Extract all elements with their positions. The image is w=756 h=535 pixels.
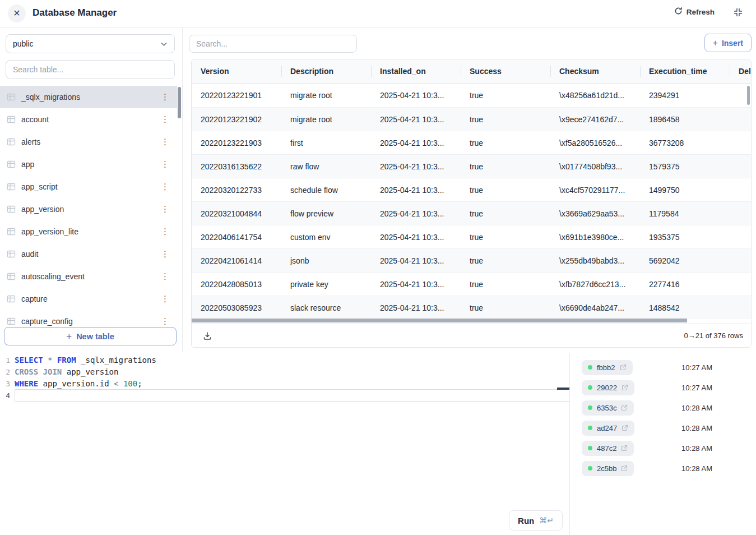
- column-header-Success[interactable]: Success: [461, 59, 550, 83]
- external-link-icon[interactable]: [622, 425, 628, 431]
- grid-search-input[interactable]: [189, 35, 357, 53]
- code-line-3[interactable]: 3WHERE app_version.id < 100;: [0, 378, 569, 390]
- column-separator: [461, 66, 461, 77]
- table-name-label: app: [21, 160, 159, 169]
- table-menu-icon[interactable]: ⋮: [159, 204, 171, 214]
- table-cell: 1499750: [640, 178, 730, 201]
- table-row[interactable]: 20220428085013private key2025-04-21 10:3…: [192, 272, 751, 296]
- sidebar-item-account[interactable]: account⋮: [0, 108, 177, 131]
- table-menu-icon[interactable]: ⋮: [159, 114, 171, 124]
- sidebar-item-capture_config[interactable]: capture_config⋮: [0, 310, 177, 327]
- job-pill[interactable]: 2c5bb: [582, 461, 634, 476]
- table-icon: [7, 250, 16, 259]
- table-menu-icon[interactable]: ⋮: [159, 159, 171, 169]
- table-list: _sqlx_migrations⋮account⋮alerts⋮app⋮app_…: [0, 86, 177, 327]
- job-timestamp: 10:28 AM: [681, 444, 712, 453]
- data-grid: VersionDescriptionInstalled_onSuccessChe…: [191, 59, 752, 348]
- table-cell: private key: [281, 273, 371, 296]
- table-name-label: app_script: [21, 182, 159, 191]
- job-pill[interactable]: ad247: [582, 421, 634, 436]
- collapse-window-icon[interactable]: [734, 8, 743, 19]
- sidebar-item-alerts[interactable]: alerts⋮: [0, 131, 177, 153]
- cmd-enter-shortcut: ⌘↵: [539, 516, 554, 525]
- sidebar-item-autoscaling_event[interactable]: autoscaling_event⋮: [0, 265, 177, 288]
- external-link-icon[interactable]: [622, 384, 628, 391]
- code-line-4[interactable]: 4: [0, 390, 569, 402]
- sidebar-item-app[interactable]: app⋮: [0, 153, 177, 176]
- sidebar-item-capture[interactable]: capture⋮: [0, 288, 177, 310]
- table-menu-icon[interactable]: ⋮: [159, 294, 171, 304]
- editor-scrollbar-thumb[interactable]: [557, 388, 569, 390]
- table-menu-icon[interactable]: ⋮: [159, 137, 171, 147]
- code-text: [15, 389, 569, 402]
- table-cell: true: [461, 108, 550, 131]
- table-cell: 2025-04-21 10:3...: [371, 178, 461, 201]
- table-cell: \x01774508bf93...: [550, 155, 640, 178]
- code-line-1[interactable]: 1SELECT * FROM _sqlx_migrations: [0, 354, 569, 366]
- schema-select[interactable]: public: [6, 34, 175, 53]
- job-timestamp: 10:28 AM: [681, 424, 712, 432]
- table-menu-icon[interactable]: ⋮: [159, 271, 171, 282]
- external-link-icon[interactable]: [621, 445, 628, 451]
- history-item: ad24710:28 AM: [571, 418, 756, 438]
- table-cell: true: [461, 84, 550, 107]
- job-pill[interactable]: 29022: [582, 380, 634, 395]
- external-link-icon[interactable]: [621, 404, 628, 411]
- table-row[interactable]: 20220123221901migrate root2025-04-21 10:…: [192, 84, 751, 107]
- close-button[interactable]: ✕: [8, 4, 26, 22]
- table-row[interactable]: 20220503085923slack resource2025-04-21 1…: [192, 296, 751, 319]
- vertical-scrollbar[interactable]: [747, 86, 750, 105]
- sidebar-item-audit[interactable]: audit⋮: [0, 243, 177, 265]
- table-row[interactable]: 20220320122733schedule flow2025-04-21 10…: [192, 178, 751, 201]
- sidebar-item-app_version_lite[interactable]: app_version_lite⋮: [0, 220, 177, 243]
- column-header-Description[interactable]: Description: [281, 59, 371, 83]
- job-pill[interactable]: fbbb2: [582, 360, 633, 375]
- sidebar-item-_sqlx_migrations[interactable]: _sqlx_migrations⋮: [0, 86, 177, 108]
- external-link-icon[interactable]: [621, 465, 628, 472]
- sidebar-scrollbar[interactable]: [178, 87, 181, 118]
- column-header-Installed_on[interactable]: Installed_on: [371, 59, 461, 83]
- table-row[interactable]: 20220316135622raw flow2025-04-21 10:3...…: [192, 154, 751, 178]
- external-link-icon[interactable]: [620, 364, 627, 371]
- job-pill[interactable]: 487c2: [582, 441, 634, 456]
- column-header-Checksum[interactable]: Checksum: [550, 59, 640, 83]
- sidebar-item-app_script[interactable]: app_script⋮: [0, 176, 177, 198]
- table-menu-icon[interactable]: ⋮: [159, 316, 171, 326]
- table-menu-icon[interactable]: ⋮: [159, 92, 171, 102]
- table-name-label: account: [21, 115, 159, 124]
- download-icon[interactable]: [203, 331, 212, 340]
- table-row[interactable]: 20220321004844flow preview2025-04-21 10:…: [192, 201, 751, 225]
- table-cell: 2025-04-21 10:3...: [371, 273, 461, 296]
- table-menu-icon[interactable]: ⋮: [159, 182, 171, 192]
- table-icon: [7, 115, 16, 124]
- table-cell: 2025-04-21 10:3...: [371, 225, 461, 248]
- table-cell: 20220321004844: [192, 202, 281, 225]
- table-row[interactable]: 20220123221902migrate root2025-04-21 10:…: [192, 107, 751, 131]
- column-header-Dele[interactable]: Dele: [730, 59, 751, 83]
- refresh-button[interactable]: Refresh: [674, 7, 715, 17]
- column-header-Execution_time[interactable]: Execution_time: [640, 59, 730, 83]
- table-cell: 20220503085923: [192, 296, 281, 319]
- sidebar-item-app_version[interactable]: app_version⋮: [0, 198, 177, 220]
- table-cell: 20220320122733: [192, 178, 281, 201]
- sql-editor[interactable]: 1SELECT * FROM _sqlx_migrations2CROSS JO…: [0, 353, 570, 535]
- horizontal-scrollbar[interactable]: [192, 319, 687, 322]
- table-row[interactable]: 20220421061414jsonb2025-04-21 10:3...tru…: [192, 248, 751, 272]
- table-rows: 20220123221901migrate root2025-04-21 10:…: [192, 84, 751, 319]
- column-header-Version[interactable]: Version: [192, 59, 281, 83]
- job-id-label: ad247: [597, 424, 617, 432]
- table-menu-icon[interactable]: ⋮: [159, 227, 171, 237]
- insert-button[interactable]: + Insert: [704, 34, 752, 52]
- table-cell: true: [461, 273, 550, 296]
- table-cell: first: [281, 131, 371, 154]
- table-menu-icon[interactable]: ⋮: [159, 249, 171, 259]
- new-table-button[interactable]: + New table: [4, 327, 177, 345]
- table-search-input[interactable]: [6, 60, 175, 79]
- table-cell: \x691b1e3980ce...: [550, 225, 640, 248]
- code-line-2[interactable]: 2CROSS JOIN app_version: [0, 366, 569, 378]
- job-pill[interactable]: 6353c: [582, 400, 634, 416]
- run-button[interactable]: Run ⌘↵: [509, 510, 563, 531]
- table-row[interactable]: 20220123221903first2025-04-21 10:3...tru…: [192, 131, 751, 154]
- table-row[interactable]: 20220406141754custom env2025-04-21 10:3.…: [192, 225, 751, 248]
- history-item: 2902210:27 AM: [571, 377, 756, 398]
